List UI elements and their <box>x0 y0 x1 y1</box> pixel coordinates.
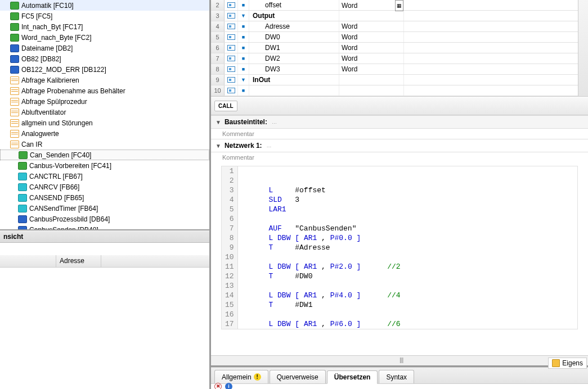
tree-item-7[interactable]: Abfrage Kalibrieren <box>0 75 209 85</box>
block-icon <box>18 183 27 191</box>
tab-querverweise[interactable]: Querverweise <box>270 370 326 383</box>
code-editor[interactable]: 1234567891011121314151617 L #offset SLD … <box>221 166 578 329</box>
col-address[interactable]: Adresse <box>56 255 101 267</box>
block-icon <box>18 173 27 180</box>
block-icon <box>10 55 19 63</box>
interface-row[interactable]: 3▼Output <box>211 11 578 21</box>
block-icon <box>10 108 19 116</box>
tree-item-11[interactable]: allgmein und Störungen <box>0 117 209 128</box>
io-icon <box>227 77 235 83</box>
block-icon <box>18 162 27 170</box>
bottom-inspector: Eigens Allgemein!QuerverweiseÜbersetzenS… <box>211 365 588 389</box>
io-icon <box>227 24 235 29</box>
io-icon <box>227 13 235 19</box>
block-icon <box>10 2 19 10</box>
code-body[interactable]: L #offset SLD 3 LAR1 AUF "CanbusSenden" … <box>238 166 405 329</box>
collapse-icon[interactable]: ▼ <box>216 119 221 125</box>
interface-row[interactable]: 10■ <box>211 85 578 96</box>
network-1-section[interactable]: ▼ Netzwerk 1: … <box>211 139 588 152</box>
tree-item-14[interactable]: Can_Senden [FC40] <box>0 150 209 160</box>
tree-item-13[interactable]: Can IR <box>0 139 209 150</box>
grid-vscroll[interactable] <box>578 0 588 97</box>
interface-row[interactable]: 7■DW2Word <box>211 53 578 64</box>
block-icon <box>18 215 27 223</box>
block-icon <box>10 98 19 106</box>
io-icon <box>227 45 235 51</box>
interface-grid[interactable]: 2■offsetWord▦3▼Output4■AdresseWord5■DW0W… <box>211 0 578 97</box>
error-icon: ✖ <box>214 383 222 389</box>
block-comment[interactable]: Kommentar <box>211 129 588 139</box>
block-icon <box>18 194 27 202</box>
io-icon <box>227 66 235 72</box>
interface-row[interactable]: 9▼InOut <box>211 75 578 85</box>
horizontal-scrollbar[interactable] <box>211 355 588 365</box>
project-tree[interactable]: Automatik [FC10]FC5 [FC5]Int_nach_Byt [F… <box>0 0 209 230</box>
tree-item-17[interactable]: CANRCV [FB66] <box>0 182 209 192</box>
tab-übersetzen[interactable]: Übersetzen <box>327 370 378 384</box>
tree-item-2[interactable]: Int_nach_Byt [FC17] <box>0 21 209 32</box>
tree-item-8[interactable]: Abfrage Probenahme aus Behälter <box>0 85 209 96</box>
network-comment[interactable]: Kommentar <box>211 152 588 162</box>
block-icon <box>10 44 19 52</box>
left-panel: Automatik [FC10]FC5 [FC5]Int_nach_Byt [F… <box>0 0 211 389</box>
block-icon <box>10 76 19 84</box>
line-gutter: 1234567891011121314151617 <box>222 166 238 329</box>
info-icon: ! <box>254 373 261 381</box>
block-icon <box>18 226 27 231</box>
block-icon <box>10 141 19 148</box>
collapse-icon[interactable]: ▼ <box>216 143 221 149</box>
tree-item-6[interactable]: OB122_MOD_ERR [DB122] <box>0 64 209 75</box>
tab-allgemein[interactable]: Allgemein! <box>214 370 268 383</box>
properties-button[interactable]: Eigens <box>548 358 587 369</box>
block-icon <box>10 119 19 127</box>
tree-item-18[interactable]: CANSEND [FB65] <box>0 192 209 203</box>
tree-item-15[interactable]: Canbus-Vorbereiten [FC41] <box>0 160 209 171</box>
interface-row[interactable]: 5■DW0Word <box>211 32 578 43</box>
io-icon <box>227 56 235 61</box>
io-icon <box>227 2 235 8</box>
tree-item-21[interactable]: CanbusSenden [DB40] <box>0 224 209 230</box>
detail-columns: Adresse <box>0 255 209 268</box>
dropdown-icon[interactable]: ▦ <box>395 0 403 11</box>
block-icon <box>10 23 19 31</box>
tree-item-1[interactable]: FC5 [FC5] <box>0 11 209 21</box>
block-icon <box>10 12 19 20</box>
tree-item-10[interactable]: Abluftventilator <box>0 107 209 117</box>
call-button[interactable]: CALL <box>214 101 237 111</box>
block-icon <box>10 87 19 95</box>
detail-title: nsicht <box>0 230 209 243</box>
interface-row[interactable]: 4■AdresseWord <box>211 21 578 32</box>
tab-syntax[interactable]: Syntax <box>379 370 414 383</box>
interface-row[interactable]: 2■offsetWord▦ <box>211 0 578 11</box>
io-icon <box>227 88 235 93</box>
interface-row[interactable]: 6■DW1Word <box>211 43 578 53</box>
tree-item-4[interactable]: Dateiname [DB2] <box>0 43 209 53</box>
tree-item-0[interactable]: Automatik [FC10] <box>0 0 209 11</box>
interface-row[interactable]: 8■DW3Word <box>211 64 578 75</box>
editor-panel: 2■offsetWord▦3▼Output4■AdresseWord5■DW0W… <box>211 0 588 389</box>
tree-item-19[interactable]: CANSendTimer [FB64] <box>0 203 209 214</box>
tree-item-5[interactable]: OB82 [DB82] <box>0 53 209 64</box>
code-toolbar: CALL <box>211 97 588 115</box>
detail-view: nsicht Adresse <box>0 230 209 389</box>
info-icon: i <box>225 383 232 389</box>
block-icon <box>19 151 28 159</box>
tree-item-9[interactable]: Abfrage Spülprozedur <box>0 96 209 107</box>
tree-item-3[interactable]: Word_nach_Byte [FC2] <box>0 32 209 43</box>
block-title-section[interactable]: ▼ Bausteintitel: … <box>211 115 588 129</box>
tree-item-12[interactable]: Analogwerte <box>0 128 209 139</box>
tree-item-16[interactable]: CANCTRL [FB67] <box>0 171 209 182</box>
tree-item-20[interactable]: CanbusProzessbild [DB64] <box>0 214 209 224</box>
block-icon <box>18 205 27 212</box>
block-icon <box>10 34 19 42</box>
block-icon <box>10 130 19 138</box>
inspector-tabs: Allgemein!QuerverweiseÜbersetzenSyntax <box>211 367 588 383</box>
io-icon <box>227 34 235 40</box>
block-icon <box>10 66 19 74</box>
